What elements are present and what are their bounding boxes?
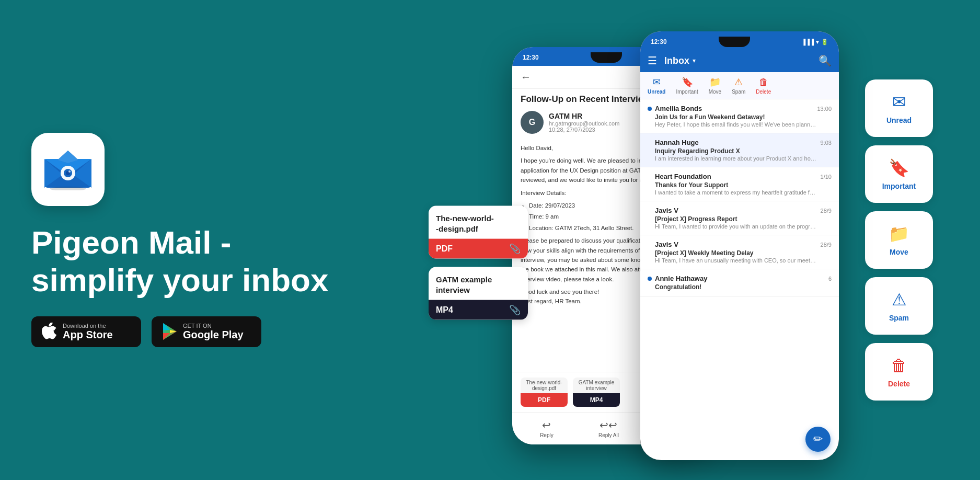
store-buttons: Download on the App Store (31, 316, 397, 347)
reply-all-button[interactable]: ↩↩ Reply All (598, 419, 619, 438)
important-action-icon: 🔖 (682, 76, 693, 88)
pdf-attachment-card: The-new-world--design.pdf PDF 📎 (429, 206, 528, 259)
swipe-unread[interactable]: ✉ Unread (648, 76, 665, 95)
email-item-hannah[interactable]: Hannah Huge 9:03 Inquiry Regarding Produ… (640, 133, 839, 167)
back-arrow-icon[interactable]: ← (521, 71, 531, 83)
delete-quick-btn[interactable]: 🗑 Delete (865, 343, 933, 401)
move-action-icon: 📁 (709, 76, 721, 88)
email-item-heart[interactable]: Heart Foundation 1/10 Thanks for Your Su… (640, 167, 839, 201)
unread-quick-btn[interactable]: ✉ Unread (865, 79, 933, 137)
inbox-search-icon[interactable]: 🔍 (818, 54, 832, 67)
hamburger-icon[interactable]: ☰ (648, 54, 657, 67)
compose-icon: ✏ (813, 432, 823, 446)
email-item-amellia[interactable]: Amellia Bonds 13:00 Join Us for a Fun We… (640, 99, 839, 133)
important-btn-icon: 🔖 (889, 158, 909, 178)
delete-btn-icon: 🗑 (891, 356, 907, 375)
reply-button[interactable]: ↩ Reply (540, 419, 554, 438)
unread-dot (648, 107, 652, 111)
move-btn-label: Move (890, 248, 908, 256)
mp4-thumb[interactable]: GATM example interview MP4 (573, 378, 620, 407)
inbox-screen: 12:30 ▐▐▐ ▾ 🔋 ☰ Inbox ▾ (640, 31, 839, 460)
email-item-javisv2[interactable]: Javis V 28/9 [Project X] Weekly Meeting … (640, 235, 839, 269)
swipe-delete[interactable]: 🗑 Delete (756, 77, 771, 95)
delete-btn-label: Delete (888, 380, 910, 388)
swipe-important[interactable]: 🔖 Important (676, 76, 698, 95)
email-item-annie[interactable]: Annie Hathaway 6 Congratulation! (640, 269, 839, 297)
mp4-card-title: GATM exampleinterview (429, 267, 528, 300)
pdf-card-footer: PDF 📎 (429, 239, 528, 259)
phone-inbox: 12:30 ▐▐▐ ▾ 🔋 ☰ Inbox ▾ (640, 31, 839, 460)
compose-fab[interactable]: ✏ (805, 427, 831, 452)
unread-dot-annie (648, 277, 652, 281)
inbox-status-bar: 12:30 ▐▐▐ ▾ 🔋 (640, 31, 839, 50)
sender-avatar: G (521, 111, 544, 134)
unread-action-icon: ✉ (653, 76, 661, 88)
main-container: Pigeon Mail - simplify your inbox Downlo… (0, 0, 980, 480)
attachment-cards: The-new-world--design.pdf PDF 📎 GATM exa… (429, 206, 528, 320)
inbox-title-row: Inbox ▾ (664, 55, 696, 66)
move-quick-btn[interactable]: 📁 Move (865, 211, 933, 269)
apple-store-button[interactable]: Download on the App Store (31, 316, 141, 347)
svg-point-7 (68, 170, 71, 173)
unread-btn-label: Unread (886, 116, 912, 124)
svg-marker-13 (163, 333, 170, 340)
spam-btn-label: Spam (889, 314, 909, 322)
swipe-spam[interactable]: ⚠ Spam (732, 76, 745, 95)
pdf-card-title: The-new-world--design.pdf (429, 206, 528, 239)
inbox-chevron-icon[interactable]: ▾ (693, 57, 696, 64)
app-headline: Pigeon Mail - simplify your inbox (31, 224, 397, 299)
email-list: Amellia Bonds 13:00 Join Us for a Fun We… (640, 99, 839, 460)
google-play-button[interactable]: GET IT ON Google Play (152, 316, 261, 347)
left-section: Pigeon Mail - simplify your inbox Downlo… (31, 133, 397, 347)
spam-quick-btn[interactable]: ⚠ Spam (865, 277, 933, 335)
inbox-notch (719, 37, 750, 47)
unread-btn-icon: ✉ (892, 92, 906, 112)
spam-btn-icon: ⚠ (892, 290, 907, 310)
swipe-actions-bar: ✉ Unread 🔖 Important 📁 Move ⚠ Spam (640, 72, 839, 99)
phones-section: The-new-world--design.pdf PDF 📎 GATM exa… (397, 21, 849, 459)
app-icon (31, 133, 105, 206)
apple-store-text: Download on the App Store (63, 323, 113, 341)
paperclip-icon: 📎 (509, 243, 521, 255)
inbox-header: ☰ Inbox ▾ 🔍 (640, 50, 839, 72)
important-btn-label: Important (882, 182, 916, 190)
paperclip-icon-2: 📎 (509, 304, 521, 316)
mp4-card-footer: MP4 📎 (429, 300, 528, 320)
spam-action-icon: ⚠ (734, 76, 743, 88)
notch (591, 52, 622, 63)
quick-actions-section: ✉ Unread 🔖 Important 📁 Move ⚠ Spam 🗑 Del… (865, 79, 949, 401)
move-btn-icon: 📁 (889, 224, 909, 244)
pdf-thumb[interactable]: The-new-world-design.pdf PDF (521, 378, 568, 407)
delete-action-icon: 🗑 (759, 77, 768, 88)
swipe-move[interactable]: 📁 Move (709, 76, 721, 95)
google-play-text: GET IT ON Google Play (183, 323, 244, 341)
email-item-javisv1[interactable]: Javis V 28/9 [Project X] Progress Report… (640, 201, 839, 235)
important-quick-btn[interactable]: 🔖 Important (865, 145, 933, 203)
svg-marker-12 (163, 323, 170, 330)
inbox-status-icons: ▐▐▐ ▾ 🔋 (802, 39, 828, 45)
mp4-attachment-card: GATM exampleinterview MP4 📎 (429, 267, 528, 320)
